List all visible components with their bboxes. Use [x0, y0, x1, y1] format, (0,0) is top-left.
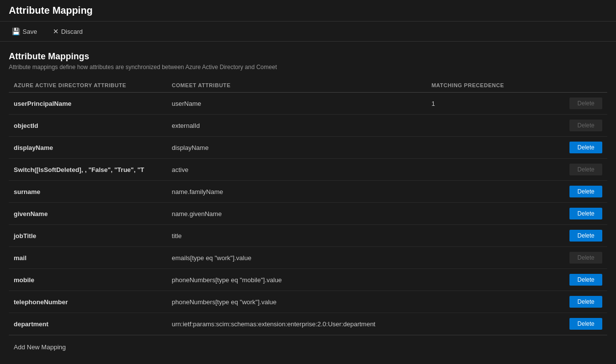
page-title: Attribute Mapping: [9, 5, 607, 16]
cell-matching-precedence: [426, 137, 539, 159]
cell-matching-precedence: [426, 181, 539, 203]
cell-azure-attribute: telephoneNumber: [9, 291, 167, 313]
delete-button[interactable]: Delete: [569, 274, 602, 286]
delete-button[interactable]: Delete: [569, 142, 602, 153]
cell-comeet-attribute: displayName: [167, 137, 427, 159]
table-row: telephoneNumberphoneNumbers[type eq "wor…: [9, 291, 607, 313]
cell-matching-precedence: [426, 313, 539, 335]
cell-matching-precedence: [426, 269, 539, 291]
add-new-mapping-button[interactable]: Add New Mapping: [14, 341, 66, 353]
cell-comeet-attribute: userName: [167, 93, 427, 115]
cell-action: Delete: [540, 93, 607, 115]
cell-comeet-attribute: externalId: [167, 115, 427, 137]
cell-action: Delete: [540, 159, 607, 181]
cell-action: Delete: [540, 115, 607, 137]
cell-matching-precedence: [426, 247, 539, 269]
cell-azure-attribute: userPrincipalName: [9, 93, 167, 115]
attribute-mapping-table: AZURE ACTIVE DIRECTORY ATTRIBUTE COMEET …: [9, 78, 607, 335]
discard-icon: ✕: [53, 27, 59, 35]
delete-button: Delete: [569, 252, 602, 264]
cell-comeet-attribute: phoneNumbers[type eq "mobile"].value: [167, 269, 427, 291]
delete-button[interactable]: Delete: [569, 230, 602, 242]
content-area: Attribute Mappings Attribute mappings de…: [0, 42, 616, 364]
cell-azure-attribute: Switch([IsSoftDeleted], , "False", "True…: [9, 159, 167, 181]
table-row: mailemails[type eq "work"].valueDelete: [9, 247, 607, 269]
section-description: Attribute mappings define how attributes…: [9, 64, 607, 71]
cell-azure-attribute: givenName: [9, 203, 167, 225]
col-header-azure: AZURE ACTIVE DIRECTORY ATTRIBUTE: [9, 78, 167, 93]
cell-azure-attribute: jobTitle: [9, 225, 167, 247]
cell-azure-attribute: surname: [9, 181, 167, 203]
delete-button[interactable]: Delete: [569, 208, 602, 219]
cell-action: Delete: [540, 313, 607, 335]
table-row: departmenturn:ietf:params:scim:schemas:e…: [9, 313, 607, 335]
cell-comeet-attribute: name.givenName: [167, 203, 427, 225]
cell-matching-precedence: [426, 291, 539, 313]
cell-azure-attribute: mobile: [9, 269, 167, 291]
cell-matching-precedence: [426, 115, 539, 137]
table-row: surnamename.familyNameDelete: [9, 181, 607, 203]
cell-matching-precedence: [426, 159, 539, 181]
table-row: givenNamename.givenNameDelete: [9, 203, 607, 225]
cell-action: Delete: [540, 203, 607, 225]
save-button[interactable]: 💾 Save: [9, 25, 40, 37]
cell-action: Delete: [540, 247, 607, 269]
cell-action: Delete: [540, 269, 607, 291]
cell-matching-precedence: 1: [426, 93, 539, 115]
cell-action: Delete: [540, 291, 607, 313]
add-new-row: Add New Mapping: [9, 335, 607, 359]
toolbar: 💾 Save ✕ Discard: [0, 22, 616, 42]
delete-button: Delete: [569, 97, 602, 109]
table-row: jobTitletitleDelete: [9, 225, 607, 247]
table-header-row: AZURE ACTIVE DIRECTORY ATTRIBUTE COMEET …: [9, 78, 607, 93]
cell-action: Delete: [540, 137, 607, 159]
cell-comeet-attribute: active: [167, 159, 427, 181]
cell-comeet-attribute: title: [167, 225, 427, 247]
discard-button[interactable]: ✕ Discard: [50, 25, 86, 37]
delete-button[interactable]: Delete: [569, 186, 602, 197]
cell-azure-attribute: mail: [9, 247, 167, 269]
delete-button: Delete: [569, 164, 602, 175]
cell-azure-attribute: objectId: [9, 115, 167, 137]
table-row: displayNamedisplayNameDelete: [9, 137, 607, 159]
cell-comeet-attribute: emails[type eq "work"].value: [167, 247, 427, 269]
table-row: mobilephoneNumbers[type eq "mobile"].val…: [9, 269, 607, 291]
title-bar: Attribute Mapping: [0, 0, 616, 22]
cell-matching-precedence: [426, 225, 539, 247]
cell-comeet-attribute: urn:ietf:params:scim:schemas:extension:e…: [167, 313, 427, 335]
cell-azure-attribute: displayName: [9, 137, 167, 159]
table-row: Switch([IsSoftDeleted], , "False", "True…: [9, 159, 607, 181]
cell-action: Delete: [540, 225, 607, 247]
cell-comeet-attribute: name.familyName: [167, 181, 427, 203]
delete-button[interactable]: Delete: [569, 318, 602, 330]
col-header-action: [540, 78, 607, 93]
cell-action: Delete: [540, 181, 607, 203]
save-icon: 💾: [12, 27, 20, 35]
table-row: userPrincipalNameuserName1Delete: [9, 93, 607, 115]
col-header-comeet: COMEET ATTRIBUTE: [167, 78, 427, 93]
cell-comeet-attribute: phoneNumbers[type eq "work"].value: [167, 291, 427, 313]
delete-button[interactable]: Delete: [569, 296, 602, 308]
col-header-matching: MATCHING PRECEDENCE: [426, 78, 539, 93]
table-row: objectIdexternalIdDelete: [9, 115, 607, 137]
delete-button: Delete: [569, 120, 602, 131]
cell-matching-precedence: [426, 203, 539, 225]
cell-azure-attribute: department: [9, 313, 167, 335]
section-title: Attribute Mappings: [9, 51, 607, 62]
